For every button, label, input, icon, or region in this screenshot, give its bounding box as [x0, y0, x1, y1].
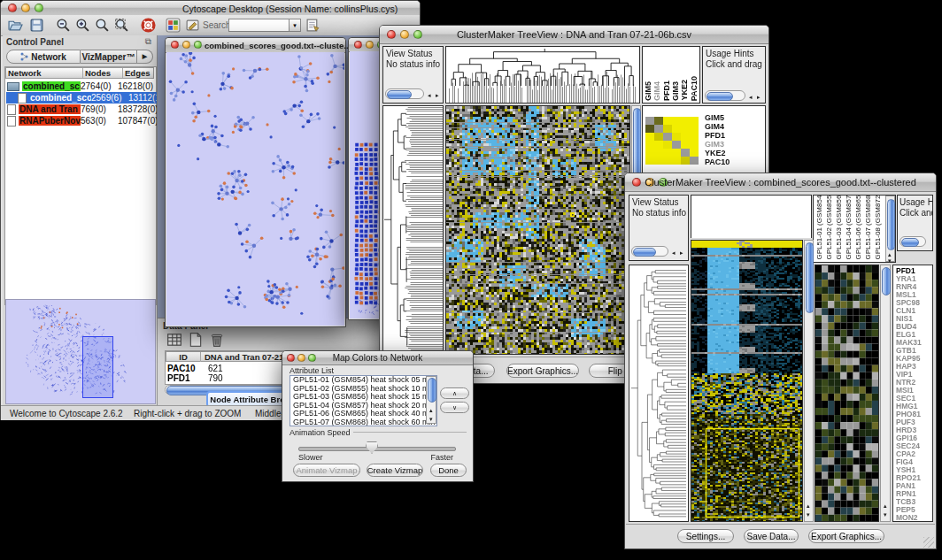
heatmap-cell[interactable]: [690, 133, 699, 141]
scroll-down-icon[interactable]: ▾: [888, 257, 892, 263]
resize-grip[interactable]: [923, 537, 934, 548]
treeview2-titlebar[interactable]: ClusterMaker TreeView : combined_scores_…: [625, 173, 936, 192]
network-row-selected[interactable]: combined_sco 2569(6) 13112(15): [6, 92, 157, 104]
gene-label[interactable]: MON2: [896, 514, 932, 522]
listbox-vscrollbar[interactable]: ▴ ▾: [426, 376, 436, 424]
scroll-up-icon[interactable]: ▴: [884, 502, 887, 509]
minimize-button[interactable]: [21, 4, 30, 12]
column-label[interactable]: GPL51-08 (GSM872): [875, 195, 884, 260]
heatmap-cell[interactable]: [681, 117, 690, 125]
heatmap-cell[interactable]: [654, 141, 663, 149]
tv2-collabels-vscrollbar[interactable]: ▴ ▾: [885, 196, 895, 262]
heatmap-cell[interactable]: [690, 125, 699, 133]
heatmap-cell[interactable]: [654, 117, 663, 125]
heatmap-cell[interactable]: [672, 125, 681, 133]
row-label[interactable]: YKE2: [705, 149, 730, 157]
zoom-in-icon[interactable]: [75, 18, 90, 33]
scroll-up-icon[interactable]: ▴: [429, 407, 433, 413]
minimize-button[interactable]: [182, 41, 190, 49]
done-button[interactable]: Done: [430, 464, 467, 477]
heatmap-cell[interactable]: [654, 133, 663, 141]
heatmap-cell[interactable]: [681, 125, 690, 133]
export-graphics-button[interactable]: Export Graphics...: [808, 529, 884, 543]
heatmap-cell[interactable]: [663, 141, 672, 149]
tab-vizmapper[interactable]: VizMapper™: [81, 50, 137, 64]
scroll-right-icon[interactable]: ▸: [436, 92, 439, 98]
scroll-left-icon[interactable]: ◂: [672, 249, 676, 256]
table-cell[interactable]: 621: [208, 364, 223, 373]
network-row[interactable]: DNA and Tran 07 769(0) 183728(0): [6, 104, 157, 115]
usage-hints-hscrollbar[interactable]: [705, 90, 745, 101]
new-attribute-icon[interactable]: [188, 332, 204, 348]
tv2-zoom-heatmap[interactable]: [815, 265, 879, 522]
delete-attribute-icon[interactable]: [209, 332, 225, 348]
export-graphics-button[interactable]: Export Graphics...: [506, 364, 579, 378]
heatmap-cell[interactable]: [672, 141, 681, 149]
annotation-icon[interactable]: [185, 18, 200, 33]
view-status-hscrollbar[interactable]: [631, 246, 668, 257]
heatmap-cell[interactable]: [654, 149, 663, 157]
settings-button[interactable]: Settings...: [677, 529, 734, 543]
column-label[interactable]: GIM4: [653, 81, 662, 101]
view-status-hscrollbar[interactable]: [385, 88, 424, 99]
zoom-out-icon[interactable]: [56, 18, 71, 33]
tabs-overflow-icon[interactable]: ▶: [137, 50, 153, 64]
scroll-up-icon[interactable]: ▴: [807, 502, 810, 509]
row-label[interactable]: GIM3: [705, 140, 730, 149]
tv1-column-dendrogram[interactable]: [445, 46, 640, 104]
speed-slider-thumb[interactable]: [366, 441, 378, 454]
heatmap-cell[interactable]: [681, 149, 690, 157]
row-label[interactable]: GIM4: [705, 122, 730, 131]
row-label[interactable]: PAC10: [705, 157, 730, 166]
heatmap-cell[interactable]: [663, 133, 672, 141]
overview-viewport-rect[interactable]: [82, 336, 113, 398]
heatmap-cell[interactable]: [645, 125, 654, 133]
attribute-select-icon[interactable]: [166, 332, 182, 348]
move-up-button[interactable]: ∧: [440, 387, 469, 399]
close-button[interactable]: [171, 41, 179, 49]
treeview1-titlebar[interactable]: ClusterMaker TreeView : DNA and Tran 07-…: [380, 26, 768, 44]
heatmap-cell[interactable]: [690, 141, 699, 149]
float-panel-icon[interactable]: ⧉: [145, 36, 151, 47]
usage-hints-hscrollbar[interactable]: [900, 236, 926, 247]
column-label[interactable]: PAC10: [691, 76, 699, 101]
row-label[interactable]: PFD1: [705, 131, 730, 140]
zoom-fit-icon[interactable]: [114, 18, 129, 33]
scroll-right-icon[interactable]: ▸: [680, 249, 683, 256]
main-titlebar[interactable]: Cytoscape Desktop (Session Name: collins…: [1, 1, 420, 16]
table-cell[interactable]: PAC10: [167, 364, 196, 373]
animate-vizmap-button[interactable]: Animate Vizmap: [293, 464, 360, 477]
tv2-heatmap-vscrollbar[interactable]: ▴ ▾: [804, 240, 814, 522]
tv2-heatmap[interactable]: [691, 240, 803, 522]
close-button[interactable]: [8, 4, 17, 12]
heatmap-cell[interactable]: [681, 133, 690, 141]
scroll-right-icon[interactable]: ▸: [757, 94, 761, 100]
network-overview-thumbnail[interactable]: [5, 299, 156, 404]
speed-slider-track[interactable]: [298, 447, 456, 451]
heatmap-cell[interactable]: [663, 117, 672, 125]
network-row[interactable]: RNAPuberNov2+| 563(0) 107847(0): [6, 115, 157, 127]
table-cell[interactable]: 790: [208, 373, 223, 383]
report-icon[interactable]: [305, 18, 320, 33]
heatmap-cell[interactable]: [645, 117, 654, 125]
tab-network[interactable]: Network: [6, 50, 81, 64]
scroll-left-icon[interactable]: ◂: [428, 92, 431, 98]
heatmap-cell[interactable]: [654, 157, 663, 165]
network1-titlebar[interactable]: combined_scores_good.txt--cluste...: [166, 38, 345, 53]
heatmap-cell[interactable]: [681, 157, 690, 165]
heatmap-cell[interactable]: [645, 141, 654, 149]
network1-canvas-view[interactable]: [166, 52, 344, 326]
scroll-down-icon[interactable]: ▾: [884, 511, 887, 518]
vizmapper-icon[interactable]: [166, 18, 181, 33]
attribute-list-item[interactable]: GPL51-07 (GSM868) heat shock 60 min: [290, 418, 436, 426]
heatmap-cell[interactable]: [645, 149, 654, 157]
scroll-up-icon[interactable]: ▴: [888, 251, 892, 257]
save-data-button[interactable]: Save Data...: [744, 529, 799, 543]
search-input[interactable]: [228, 19, 290, 32]
heatmap-cell[interactable]: [645, 133, 654, 141]
column-label[interactable]: YKE2: [681, 80, 690, 101]
heatmap-cell[interactable]: [663, 125, 672, 133]
heatmap-cell[interactable]: [690, 117, 699, 125]
save-icon[interactable]: [29, 18, 44, 33]
heatmap-cell[interactable]: [672, 133, 681, 141]
